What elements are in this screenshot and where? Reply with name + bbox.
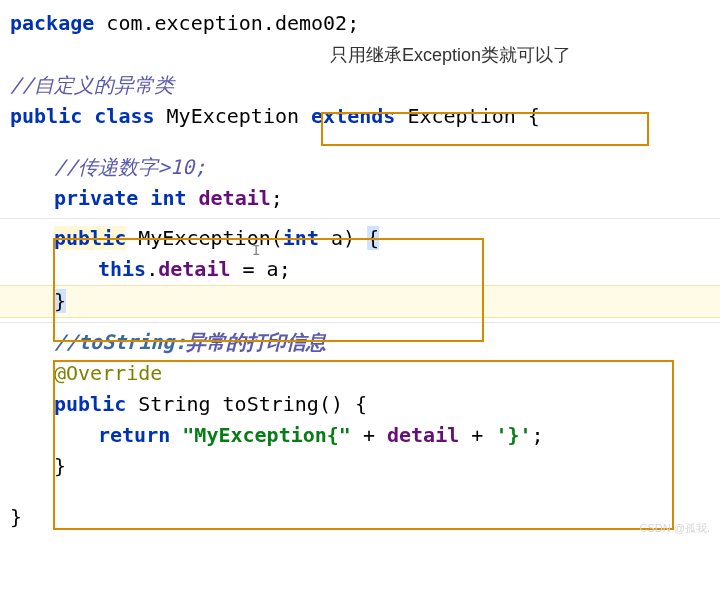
line-close-class: } [10, 502, 710, 533]
brace-close-ctor: } [54, 289, 66, 313]
pkg-name: com.exception.demo02; [94, 11, 359, 35]
line-ctor-decl: public MyException(int a) { [10, 223, 710, 254]
comment-gt10: //传递数字>10; [54, 155, 206, 179]
comment-custom-class: //自定义的异常类 [10, 73, 174, 97]
field-detail-assign: detail [158, 257, 230, 281]
line-classdecl: public class MyException extends Excepti… [10, 101, 710, 132]
kw-class: class [94, 104, 154, 128]
kw-public: public [10, 104, 82, 128]
kw-private: private [54, 186, 138, 210]
kw-public-ts: public [54, 392, 126, 416]
class-name: MyException [155, 104, 300, 128]
line-comment2: //传递数字>10; [10, 152, 710, 183]
line-close-ts: } [10, 451, 710, 482]
field-detail-ts: detail [387, 423, 459, 447]
line-comment1: //自定义的异常类 [10, 70, 710, 101]
str-lit2: '}' [495, 423, 531, 447]
brace-close-ts: } [54, 454, 66, 478]
kw-public-ctor: public [54, 226, 126, 250]
line-field: private int detail; [10, 183, 710, 214]
kw-package: package [10, 11, 94, 35]
dot: . [146, 257, 158, 281]
str-lit1: "MyException{" [182, 423, 351, 447]
comment-tostring-a: //toString: [54, 330, 186, 354]
semi2: ; [532, 423, 544, 447]
line-package: package com.exception.demo02; [10, 8, 710, 39]
comment-tostring-b: 异常的打印信息 [186, 330, 326, 354]
active-line: } [0, 285, 720, 318]
line-tostring-decl: public String toString() { [10, 389, 710, 420]
line-tostring-body: return "MyException{" + detail + '}'; [10, 420, 710, 451]
blank-line [10, 132, 710, 152]
kw-extends: extends [299, 104, 395, 128]
line-ctor-body: this.detail = a; [10, 254, 710, 285]
text-cursor-icon: I [252, 240, 262, 256]
watermark: CSDN @孤我. [640, 520, 710, 537]
ctor-rest: a) [319, 226, 367, 250]
assign-rest: = a; [230, 257, 290, 281]
kw-return: return [98, 423, 170, 447]
code-area: package com.exception.demo02; 只用继承Except… [10, 8, 710, 533]
ts-sig: String toString() { [126, 392, 367, 416]
kw-int-param: int [283, 226, 319, 250]
line-note: 只用继承Exception类就可以了 [10, 39, 710, 70]
separator [0, 218, 720, 219]
blank-line2 [10, 482, 710, 502]
super-name: Exception { [395, 104, 540, 128]
note-chinese: 只用继承Exception类就可以了 [330, 45, 571, 65]
plus2: + [459, 423, 495, 447]
brace-open: { [367, 226, 379, 250]
semi: ; [271, 186, 283, 210]
line-annotation: @Override [10, 358, 710, 389]
kw-int: int [150, 186, 186, 210]
kw-this: this [98, 257, 146, 281]
line-comment3: //toString:异常的打印信息 [10, 327, 710, 358]
field-detail: detail [199, 186, 271, 210]
brace-close-class: } [10, 505, 22, 529]
plus1: + [351, 423, 387, 447]
anno-override: @Override [54, 361, 162, 385]
separator2 [0, 322, 720, 323]
